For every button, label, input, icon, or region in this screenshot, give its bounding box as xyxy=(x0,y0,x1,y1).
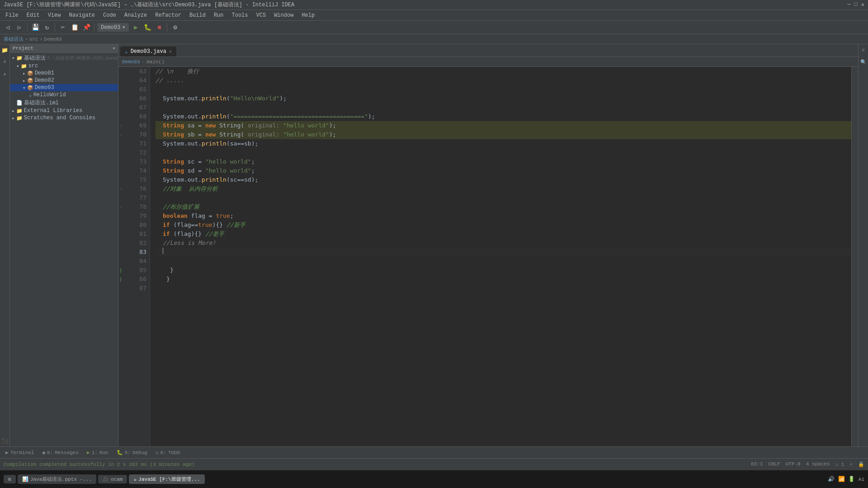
toolbar-settings[interactable]: ⚙ xyxy=(170,23,180,33)
method-println-71: println xyxy=(202,140,226,147)
ln-74: 74 xyxy=(127,166,146,175)
menu-build[interactable]: Build xyxy=(186,11,209,19)
close-btn[interactable]: ✕ xyxy=(861,1,864,8)
start-icon: ⊞ xyxy=(8,476,11,482)
menu-run[interactable]: Run xyxy=(210,11,227,19)
project-header-chevron[interactable]: ▾ xyxy=(113,46,115,51)
tab-debug[interactable]: 🐛 5: Debug xyxy=(113,449,151,456)
menu-view[interactable]: View xyxy=(44,11,65,19)
bc-main[interactable]: main() xyxy=(146,59,165,65)
maximize-btn[interactable]: □ xyxy=(854,1,858,8)
gutter-84 xyxy=(118,257,127,266)
cls-system-66: System xyxy=(163,95,184,102)
status-encoding[interactable]: UTF-8 xyxy=(786,461,801,467)
tree-demo01[interactable]: ▸ 📦 Demo01 xyxy=(10,70,118,77)
ln-77: 77 xyxy=(127,193,146,202)
taskbar-app-pptx[interactable]: 📊 Java基础语法.pptx -... xyxy=(18,474,96,484)
toolbar-run[interactable]: ▶ xyxy=(131,23,141,33)
toolbar-cut[interactable]: ✂ xyxy=(58,23,68,33)
menu-code[interactable]: Code xyxy=(99,11,120,19)
menu-tools[interactable]: Tools xyxy=(228,11,252,19)
ln-84: 84 xyxy=(127,257,146,266)
minimize-btn[interactable]: ─ xyxy=(847,1,850,8)
debug-tab-label: Debug xyxy=(132,450,147,455)
tree-scratches[interactable]: ▸ 📁 Scratches and Consoles xyxy=(10,114,118,122)
menu-window[interactable]: Window xyxy=(270,11,297,19)
tree-scratches-label: Scratches and Consoles xyxy=(24,115,95,121)
tree-src[interactable]: ▾ 📁 src xyxy=(10,62,118,70)
tree-helloworld[interactable]: ☕ HelloWorld xyxy=(10,91,118,99)
ocam-label: ocam xyxy=(111,477,123,482)
project-header[interactable]: Project ▾ xyxy=(10,44,118,53)
str-sep-68: "=====================================" xyxy=(230,113,368,120)
tree-external-libs[interactable]: ▸ 📁 External Libraries xyxy=(10,107,118,114)
tab-todo[interactable]: ☑ 6: TODO xyxy=(152,449,184,456)
ln-83: 83 xyxy=(127,248,146,257)
toolbar-debug[interactable]: 🐛 xyxy=(142,23,152,33)
structure-right-icon[interactable]: ≡ xyxy=(859,46,868,54)
project-icon[interactable]: 📁 xyxy=(1,46,9,54)
terminal-tab-label: Terminal xyxy=(10,450,34,455)
kw-boolean-79: boolean xyxy=(163,212,188,219)
code-line-81: if (flag){} //老手 xyxy=(156,230,851,239)
menu-refactor[interactable]: Refactor xyxy=(151,11,185,19)
tab-terminal[interactable]: ▶ Terminal xyxy=(2,449,38,456)
terminal-icon[interactable]: ⬛ xyxy=(1,436,9,445)
bc-demo03[interactable]: Demo03 xyxy=(122,59,140,65)
code-content[interactable]: // \n 换行 // ..... System.out.println("He… xyxy=(150,67,851,446)
toolbar-save[interactable]: 💾 xyxy=(30,23,40,33)
tree-root-path: F:\班级管理\网课班\代码\JavaSE\... xyxy=(47,55,118,61)
project-selector[interactable]: Demo03 ▾ xyxy=(97,23,129,32)
taskbar-app-idea[interactable]: ☕ JavaSE [F:\班级管理... xyxy=(129,474,204,484)
menu-vcs[interactable]: VCS xyxy=(253,11,270,19)
gutter-83 xyxy=(118,248,127,257)
project-name: Demo03 xyxy=(101,24,120,31)
editor-tab-demo03[interactable]: ☕ Demo03.java ✕ xyxy=(120,47,176,56)
status-line-col: 83:1 xyxy=(751,461,763,467)
breadcrumb-sep2: › xyxy=(39,37,42,42)
toolbar-sync[interactable]: ↻ xyxy=(42,23,52,33)
code-text-78: //布尔值扩展 xyxy=(163,203,199,210)
menu-edit[interactable]: Edit xyxy=(23,11,43,19)
right-scrollbar-area[interactable] xyxy=(851,67,858,446)
cls-string-69: String xyxy=(219,122,241,129)
tree-helloworld-label: HelloWorld xyxy=(33,92,66,98)
toolbar-back[interactable]: ◁ xyxy=(3,23,13,33)
start-button[interactable]: ⊞ xyxy=(4,475,16,483)
compilation-status: Compilation completed successfully in 2 … xyxy=(4,462,194,467)
inspections-icon[interactable]: 🔍 xyxy=(859,58,868,66)
structure-icon[interactable]: ≡ xyxy=(1,58,9,66)
toolbar-paste[interactable]: 📌 xyxy=(81,23,91,33)
menu-file[interactable]: File xyxy=(2,11,22,19)
code-editor[interactable]: ◦ ◦ ◦ ◦ } } xyxy=(118,67,858,446)
tree-demo03[interactable]: ▾ 📦 Demo03 xyxy=(10,84,118,91)
scratches-folder-icon: 📁 xyxy=(16,115,23,121)
tab-close-btn[interactable]: ✕ xyxy=(169,49,172,54)
toolbar-forward[interactable]: ▷ xyxy=(14,23,24,33)
tab-run[interactable]: ▶ 1: Run xyxy=(83,449,112,456)
code-line-78: //布尔值扩展 xyxy=(156,202,851,211)
tree-iml[interactable]: 📄 基础语法.iml xyxy=(10,99,118,107)
taskbar-app-ocam[interactable]: 🎥 ocam xyxy=(98,475,127,483)
code-line-83 xyxy=(156,248,851,257)
method-println-68: println xyxy=(202,113,226,120)
code-line-85: } xyxy=(156,266,851,275)
tree-root[interactable]: ▾ 📁 基础语法 F:\班级管理\网课班\代码\JavaSE\... xyxy=(10,54,118,62)
status-crlf[interactable]: CRLF xyxy=(768,461,780,467)
method-println-75: println xyxy=(202,176,226,183)
toolbar-copy[interactable]: 📋 xyxy=(70,23,80,33)
tree-demo02-label: Demo02 xyxy=(35,77,54,84)
menu-help[interactable]: Help xyxy=(298,11,318,19)
tab-messages[interactable]: ◉ 0: Messages xyxy=(38,449,82,456)
gutter-67 xyxy=(118,103,127,112)
tree-demo02[interactable]: ▸ 📦 Demo02 xyxy=(10,77,118,84)
favorites-icon[interactable]: ★ xyxy=(1,70,9,78)
param-orig-70: original: xyxy=(248,131,279,138)
menu-analyze[interactable]: Analyze xyxy=(121,11,151,19)
kw-if-80: if xyxy=(163,221,170,228)
menu-navigate[interactable]: Navigate xyxy=(65,11,99,19)
cls-system-75: System xyxy=(163,176,184,183)
field-out-66: out xyxy=(188,95,198,102)
toolbar-stop[interactable]: ■ xyxy=(154,23,164,33)
todo-tab-label: TODO xyxy=(168,450,180,455)
